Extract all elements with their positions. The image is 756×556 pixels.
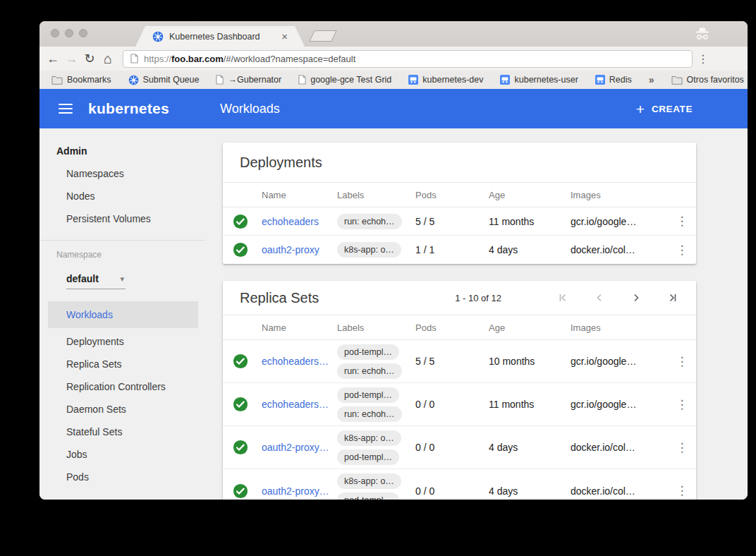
actions-cell: ⋮ (668, 215, 696, 227)
labels-cell: k8s-app: o… (337, 242, 415, 258)
age-cell: 10 months (489, 356, 571, 367)
sidebar-item-deployments[interactable]: Deployments (39, 330, 205, 353)
images-cell: docker.io/col… (571, 485, 668, 497)
reload-button[interactable]: ↻ (80, 52, 99, 65)
create-button-label: CREATE (652, 104, 693, 114)
forward-button[interactable]: → (62, 52, 80, 65)
sidebar-item-jobs[interactable]: Jobs (39, 443, 205, 466)
images-cell: gcr.io/google… (571, 356, 668, 367)
status-cell (223, 353, 262, 369)
create-button[interactable]: + CREATE (636, 102, 693, 116)
resource-link[interactable]: echoheaders (262, 216, 319, 227)
label-chip: k8s-app: o… (337, 473, 401, 489)
previous-page-icon[interactable] (593, 291, 606, 304)
row-menu-icon[interactable]: ⋮ (676, 442, 688, 454)
label-chip: pod-templ… (337, 492, 399, 500)
success-check-icon (233, 242, 248, 258)
next-page-icon[interactable] (630, 291, 642, 304)
bookmark-submit-queue[interactable]: Submit Queue (128, 75, 200, 85)
zoom-window-button[interactable] (79, 29, 87, 37)
bookmark-kubernetes-dev[interactable]: kubernetes-dev (408, 75, 483, 85)
age-cell: 11 months (489, 216, 571, 227)
folder-icon (671, 75, 683, 85)
page-security-icon (130, 54, 138, 64)
name-cell: oauth2-proxy… (262, 485, 337, 497)
bookmark-label: kubernetes-user (514, 75, 578, 85)
namespace-label: Namespace (39, 246, 205, 263)
first-page-icon[interactable] (556, 291, 569, 304)
card-title-row: Deployments (223, 143, 696, 182)
row-menu-icon[interactable]: ⋮ (676, 215, 688, 227)
bookmarks-overflow-icon[interactable]: » (649, 74, 654, 85)
sidebar-item-daemon-sets[interactable]: Daemon Sets (39, 398, 205, 421)
page-icon (216, 75, 224, 85)
name-cell: echoheaders… (262, 399, 337, 410)
bookmark-kubernetes-user[interactable]: kubernetes-user (500, 75, 578, 85)
address-bar[interactable]: https://foo.bar.com/#/workload?namespace… (123, 50, 693, 68)
sidebar: Admin Namespaces Nodes Persistent Volume… (39, 128, 205, 500)
minimize-window-button[interactable] (65, 29, 73, 37)
column-header-age: Age (489, 322, 571, 333)
folder-icon (51, 75, 63, 85)
sidebar-item-pods[interactable]: Pods (39, 466, 205, 488)
bookmark-redis[interactable]: Redis (595, 75, 632, 85)
resource-link[interactable]: echoheaders… (262, 356, 329, 367)
table-header: Name Labels Pods Age Images (223, 182, 696, 207)
back-button[interactable]: ← (44, 52, 62, 65)
sidebar-item-workloads[interactable]: Workloads (48, 301, 198, 328)
page-title: Workloads (220, 102, 280, 116)
row-menu-icon[interactable]: ⋮ (676, 244, 688, 256)
bookmark-label: Redis (609, 75, 632, 85)
status-cell (223, 214, 262, 229)
resource-link[interactable]: oauth2-proxy… (262, 485, 329, 497)
browser-tab[interactable]: Kubernetes Dashboard × (135, 26, 305, 47)
bookmark-folder-otros-favoritos[interactable]: Otros favoritos (671, 75, 744, 85)
success-check-icon (233, 440, 248, 455)
sidebar-item-nodes[interactable]: Nodes (39, 185, 205, 207)
age-cell: 4 days (489, 442, 571, 453)
row-menu-icon[interactable]: ⋮ (676, 485, 688, 497)
images-cell: docker.io/col… (571, 244, 668, 255)
row-menu-icon[interactable]: ⋮ (676, 399, 688, 411)
column-header-images: Images (571, 190, 668, 200)
success-check-icon (233, 397, 248, 412)
bookmark-google-gce-test-grid[interactable]: google-gce Test Grid (298, 75, 391, 85)
table-header: Name Labels Pods Age Images (223, 315, 696, 340)
column-header-images: Images (571, 322, 668, 333)
hamburger-menu-icon[interactable] (59, 104, 73, 114)
status-cell (223, 397, 262, 412)
close-window-button[interactable] (51, 29, 59, 37)
resource-link[interactable]: oauth2-proxy (262, 244, 319, 255)
label-chip: k8s-app: o… (337, 430, 401, 446)
age-cell: 11 months (489, 399, 571, 410)
sidebar-item-replica-sets[interactable]: Replica Sets (39, 353, 205, 375)
sidebar-divider (39, 240, 205, 241)
row-menu-icon[interactable]: ⋮ (676, 356, 688, 368)
column-header-pods: Pods (415, 190, 489, 200)
bookmark-folder-bookmarks[interactable]: Bookmarks (51, 75, 111, 85)
pods-cell: 0 / 0 (415, 399, 489, 410)
sidebar-item-stateful-sets[interactable]: Stateful Sets (39, 421, 205, 443)
sidebar-item-namespaces[interactable]: Namespaces (39, 162, 205, 185)
browser-menu-icon[interactable]: ⋮ (693, 52, 714, 66)
groups-icon (595, 75, 605, 85)
label-chip: run: echoh… (337, 214, 402, 229)
resource-link[interactable]: oauth2-proxy… (262, 442, 329, 453)
home-button[interactable]: ⌂ (99, 52, 117, 66)
new-tab-button[interactable] (309, 30, 337, 42)
browser-window: Kubernetes Dashboard × ← → ↻ ⌂ https://f… (39, 21, 748, 500)
pods-cell: 0 / 0 (415, 442, 489, 453)
last-page-icon[interactable] (666, 291, 679, 304)
deployments-card: Deployments Name Labels Pods Age Images … (223, 143, 696, 264)
sidebar-item-persistent-volumes[interactable]: Persistent Volumes (39, 207, 205, 230)
sidebar-item-replication-controllers[interactable]: Replication Controllers (39, 375, 205, 398)
resource-link[interactable]: echoheaders… (262, 399, 329, 410)
kubernetes-icon (128, 75, 139, 85)
actions-cell: ⋮ (668, 244, 696, 256)
status-cell (223, 440, 262, 455)
bookmark-gubernator[interactable]: →Gubernator (216, 75, 281, 85)
namespace-select[interactable]: default ▾ (66, 269, 126, 289)
sidebar-item-admin[interactable]: Admin (39, 140, 205, 162)
close-tab-icon[interactable]: × (281, 31, 288, 42)
labels-cell: pod-templ… run: echoh… (337, 344, 415, 379)
